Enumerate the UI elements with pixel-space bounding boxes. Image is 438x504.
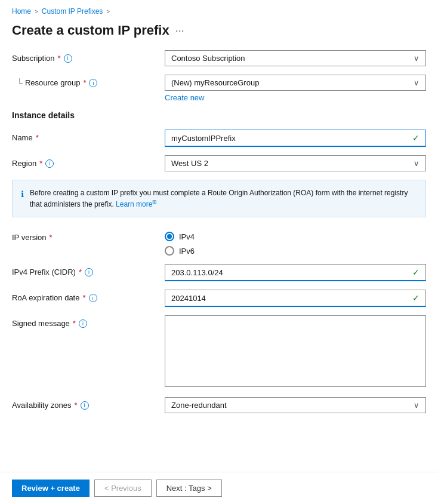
breadcrumb-custom-ip[interactable]: Custom IP Prefixes: [42, 7, 103, 16]
learn-more-link[interactable]: Learn more⊞: [116, 200, 157, 208]
resource-group-value: (New) myResourceGroup: [171, 78, 259, 87]
subscription-required: *: [58, 54, 61, 63]
ext-link-icon: ⊞: [152, 199, 157, 205]
roa-expiration-label: RoA expiration date * i: [12, 290, 155, 302]
signed-message-label: Signed message * i: [12, 315, 155, 328]
ipv4-prefix-required: *: [79, 268, 82, 276]
breadcrumb-home[interactable]: Home: [12, 7, 31, 16]
roa-expiration-row: RoA expiration date * i 20241014 ✓: [12, 290, 426, 307]
signed-message-required: *: [73, 319, 76, 328]
resource-group-select[interactable]: (New) myResourceGroup ∨: [165, 75, 426, 91]
ipv4-prefix-value: 203.0.113.0/24: [171, 268, 223, 277]
bottom-bar: Review + create < Previous Next : Tags >: [0, 472, 438, 504]
ipv4-option[interactable]: IPv4: [165, 232, 426, 241]
resource-group-control: (New) myResourceGroup ∨ Create new: [165, 75, 426, 102]
ipv4-radio-circle[interactable]: [165, 232, 174, 241]
name-row: Name * myCustomIPPrefix ✓: [12, 130, 426, 147]
info-banner-icon: ℹ: [21, 188, 24, 201]
ipv6-radio-circle[interactable]: [165, 246, 174, 256]
subscription-info-icon[interactable]: i: [64, 54, 72, 63]
availability-zones-chevron-icon: ∨: [414, 401, 420, 410]
ip-version-radio-group: IPv4 IPv6: [165, 229, 426, 256]
ipv4-prefix-info-icon[interactable]: i: [85, 268, 93, 276]
previous-button[interactable]: < Previous: [94, 480, 152, 497]
roa-expiration-info-icon[interactable]: i: [89, 294, 97, 302]
subscription-control: Contoso Subscription ∨: [165, 50, 426, 66]
roa-expiration-input-display[interactable]: 20241014 ✓: [165, 290, 426, 307]
availability-zones-select[interactable]: Zone-redundant ∨: [165, 397, 426, 413]
region-control: West US 2 ∨: [165, 155, 426, 171]
signed-message-info-icon[interactable]: i: [79, 319, 87, 328]
name-label: Name *: [12, 130, 155, 142]
breadcrumb-separator-2: >: [106, 8, 110, 15]
ipv6-label: IPv6: [179, 247, 195, 256]
availability-zones-required: *: [74, 401, 77, 410]
region-row: Region * i West US 2 ∨: [12, 155, 426, 171]
breadcrumb-separator-1: >: [35, 8, 38, 15]
availability-zones-control: Zone-redundant ∨: [165, 397, 426, 413]
ipv4-prefix-row: IPv4 Prefix (CIDR) * i 203.0.113.0/24 ✓: [12, 264, 426, 281]
roa-expiration-value: 20241014: [171, 294, 206, 303]
subscription-value: Contoso Subscription: [171, 54, 245, 63]
resource-group-required: *: [83, 78, 86, 87]
next-button[interactable]: Next : Tags >: [156, 480, 222, 497]
tree-prefix-icon: └: [12, 75, 25, 88]
review-create-button[interactable]: Review + create: [12, 480, 90, 497]
subscription-label: Subscription * i: [12, 50, 155, 63]
subscription-chevron-icon: ∨: [414, 54, 420, 63]
name-control: myCustomIPPrefix ✓: [165, 130, 426, 147]
roa-expiration-control: 20241014 ✓: [165, 290, 426, 307]
create-new-link[interactable]: Create new: [165, 93, 426, 102]
signed-message-row: Signed message * i: [12, 315, 426, 389]
page-title: Create a custom IP prefix: [12, 23, 169, 38]
breadcrumb: Home > Custom IP Prefixes >: [0, 0, 438, 20]
name-checkmark-icon: ✓: [412, 133, 420, 143]
roa-expiration-checkmark-icon: ✓: [412, 293, 420, 303]
ipv4-prefix-checkmark-icon: ✓: [412, 268, 420, 277]
subscription-row: Subscription * i Contoso Subscription ∨: [12, 50, 426, 66]
page-title-area: Create a custom IP prefix ···: [0, 20, 438, 50]
ip-version-label: IP version *: [12, 229, 155, 242]
ip-version-required: *: [50, 233, 53, 242]
signed-message-textarea[interactable]: [165, 315, 426, 387]
ipv4-prefix-control: 203.0.113.0/24 ✓: [165, 264, 426, 281]
region-label: Region * i: [12, 155, 155, 168]
info-banner-text: Before creating a custom IP prefix you m…: [30, 188, 417, 210]
region-value: West US 2: [171, 159, 208, 168]
instance-details-title: Instance details: [12, 110, 426, 120]
info-banner: ℹ Before creating a custom IP prefix you…: [12, 180, 426, 217]
name-input-display: myCustomIPPrefix ✓: [165, 130, 426, 147]
ipv6-option[interactable]: IPv6: [165, 246, 426, 256]
subscription-select[interactable]: Contoso Subscription ∨: [165, 50, 426, 66]
availability-zones-value: Zone-redundant: [171, 401, 227, 410]
roa-expiration-required: *: [82, 293, 85, 302]
availability-zones-label: Availability zones * i: [12, 397, 155, 410]
region-select[interactable]: West US 2 ∨: [165, 155, 426, 171]
page-options-button[interactable]: ···: [175, 24, 184, 37]
signed-message-control: [165, 315, 426, 389]
ipv4-prefix-input-display[interactable]: 203.0.113.0/24 ✓: [165, 264, 426, 281]
ipv4-prefix-label: IPv4 Prefix (CIDR) * i: [12, 264, 155, 276]
name-value: myCustomIPPrefix: [171, 134, 236, 143]
availability-zones-row: Availability zones * i Zone-redundant ∨: [12, 397, 426, 413]
form-container: Subscription * i Contoso Subscription ∨ …: [0, 50, 438, 434]
region-chevron-icon: ∨: [414, 159, 420, 168]
ip-version-control: IPv4 IPv6: [165, 229, 426, 256]
region-required: *: [39, 159, 42, 168]
ip-version-row: IP version * IPv4 IPv6: [12, 229, 426, 256]
resource-group-label: Resource group * i: [25, 75, 168, 87]
region-info-icon[interactable]: i: [45, 159, 54, 168]
resource-group-info-icon[interactable]: i: [89, 79, 97, 87]
name-required: *: [36, 133, 39, 142]
availability-zones-info-icon[interactable]: i: [81, 401, 89, 410]
resource-group-label-area: └ Resource group * i: [12, 75, 155, 88]
ipv4-label: IPv4: [179, 232, 195, 241]
resource-group-chevron-icon: ∨: [414, 78, 420, 87]
resource-group-row: └ Resource group * i (New) myResourceGro…: [12, 75, 426, 102]
